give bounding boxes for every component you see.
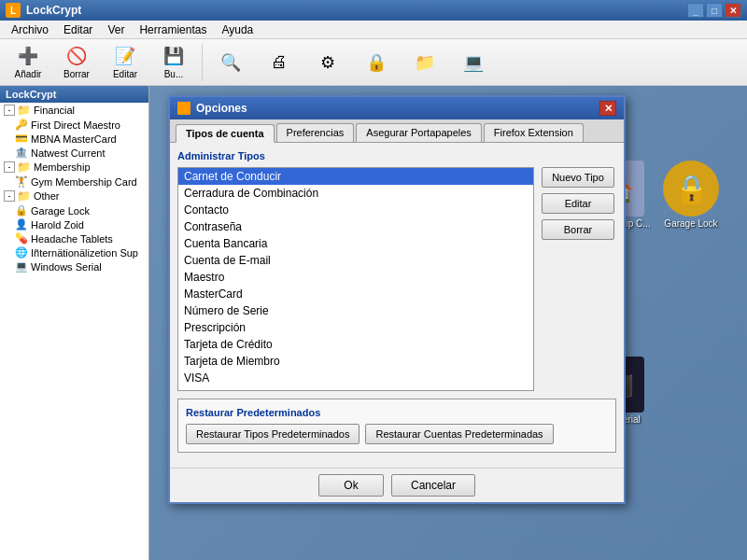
sidebar-item-garage[interactable]: 🔒 Garage Lock bbox=[0, 203, 148, 217]
list-item-10[interactable]: Tarjeta de Crédito bbox=[178, 336, 533, 353]
sidebar-item-mbna[interactable]: 💳 MBNA MasterCard bbox=[0, 132, 148, 146]
desktop-icon-garage[interactable]: 🔒 Garage Lock bbox=[654, 161, 728, 229]
mbna-label: MBNA MasterCard bbox=[31, 133, 117, 145]
delete-label: Borrar bbox=[63, 69, 90, 79]
desktop-icon-garage-label: Garage Lock bbox=[664, 218, 717, 229]
tab-preferencias[interactable]: Preferencias bbox=[276, 123, 355, 142]
list-item-3[interactable]: Contraseña bbox=[178, 218, 533, 235]
sidebar-item-financial[interactable]: - 📁 Financial bbox=[0, 103, 148, 118]
sidebar-item-harold[interactable]: 👤 Harold Zoid bbox=[0, 217, 148, 231]
sidebar-item-headache[interactable]: 💊 Headache Tablets bbox=[0, 231, 148, 245]
expand-membership[interactable]: - bbox=[4, 161, 15, 173]
restore-section: Restaurar Predeterminados Restaurar Tipo… bbox=[177, 399, 616, 453]
sidebar-header: LockCrypt bbox=[0, 86, 148, 103]
edit-label: Editar bbox=[113, 69, 137, 79]
list-item-6[interactable]: Maestro bbox=[178, 269, 533, 286]
add-button[interactable]: ➕ Añadir bbox=[6, 42, 50, 83]
sidebar-item-membership[interactable]: - 📁 Membership bbox=[0, 160, 148, 175]
backup-button[interactable]: 💾 Bu... bbox=[151, 42, 196, 83]
backup-icon: 💾 bbox=[162, 45, 185, 67]
other-label: Other bbox=[34, 190, 60, 202]
sidebar-item-other[interactable]: - 📁 Other bbox=[0, 189, 148, 203]
menu-ver[interactable]: Ver bbox=[100, 21, 132, 38]
lock-button[interactable]: 🔒 bbox=[354, 42, 399, 83]
main-area: LockCrypt - 📁 Financial 🔑 First Direct M… bbox=[0, 86, 747, 560]
dialog-body: Administrar Tipos Carnet de Conducir Cer… bbox=[170, 143, 624, 468]
edit-button[interactable]: 📝 Editar bbox=[103, 42, 148, 83]
settings-button[interactable]: ⚙ bbox=[305, 42, 350, 83]
dialog-footer: Ok Cancelar bbox=[170, 468, 624, 502]
expand-financial[interactable]: - bbox=[4, 105, 15, 116]
restore-cuentas-button[interactable]: Restaurar Cuentas Predeterminadas bbox=[365, 424, 553, 444]
folder-button[interactable]: 📁 bbox=[402, 42, 447, 83]
list-item-5[interactable]: Cuenta de E-mail bbox=[178, 252, 533, 269]
print-button[interactable]: 🖨 bbox=[257, 42, 302, 83]
membership-label: Membership bbox=[34, 161, 91, 173]
print-icon: 🖨 bbox=[268, 51, 290, 74]
sidebar: LockCrypt - 📁 Financial 🔑 First Direct M… bbox=[0, 86, 149, 560]
headache-label: Headache Tablets bbox=[31, 233, 113, 245]
tab-tipos-cuenta[interactable]: Tipos de cuenta bbox=[176, 124, 275, 143]
list-item-13[interactable]: Vacío bbox=[178, 386, 533, 391]
sidebar-item-windows[interactable]: 💻 Windows Serial bbox=[0, 259, 148, 273]
list-item-2[interactable]: Contacto bbox=[178, 202, 533, 218]
tipos-section: Carnet de Conducir Cerradura de Combinac… bbox=[177, 167, 616, 391]
app-title: LockCrypt bbox=[26, 4, 81, 17]
folder-financial-icon: 📁 bbox=[17, 104, 31, 117]
item-icon-garage: 🔒 bbox=[15, 204, 28, 217]
menu-herramientas[interactable]: Herramientas bbox=[132, 21, 214, 38]
international-label: Iñternätionälizetion Sup bbox=[31, 247, 138, 259]
titlebar-controls: _ □ ✕ bbox=[687, 3, 741, 18]
item-icon-mbna: 💳 bbox=[15, 133, 28, 145]
item-icon-natwest: 🏦 bbox=[15, 147, 28, 159]
editar-button[interactable]: Editar bbox=[542, 193, 614, 214]
menu-ayuda[interactable]: Ayuda bbox=[214, 21, 261, 38]
list-item-7[interactable]: MasterCard bbox=[178, 286, 533, 302]
list-item-9[interactable]: Prescripción bbox=[178, 319, 533, 336]
tabs-bar: Tipos de cuenta Preferencias Asegurar Po… bbox=[170, 119, 624, 143]
menu-archivo[interactable]: Archivo bbox=[4, 21, 56, 38]
natwest-label: Natwest Current bbox=[31, 147, 105, 159]
computer-button[interactable]: 💻 bbox=[451, 42, 496, 83]
tab-asegurar[interactable]: Asegurar Portapapeles bbox=[356, 123, 482, 142]
harold-label: Harold Zoid bbox=[31, 219, 84, 231]
sidebar-item-first-direct[interactable]: 🔑 First Direct Maestro bbox=[0, 118, 148, 132]
restore-tipos-button[interactable]: Restaurar Tipos Predeterminados bbox=[186, 424, 359, 444]
search-button[interactable]: 🔍 bbox=[208, 42, 253, 83]
type-list[interactable]: Carnet de Conducir Cerradura de Combinac… bbox=[177, 167, 534, 391]
borrar-button[interactable]: Borrar bbox=[542, 219, 614, 240]
list-item-8[interactable]: Número de Serie bbox=[178, 302, 533, 319]
list-item-12[interactable]: VISA bbox=[178, 370, 533, 386]
search-icon: 🔍 bbox=[219, 51, 242, 74]
restore-buttons: Restaurar Tipos Predeterminados Restaura… bbox=[186, 424, 608, 444]
close-button[interactable]: ✕ bbox=[725, 3, 741, 18]
ok-button[interactable]: Ok bbox=[318, 474, 384, 497]
dialog-close-button[interactable]: ✕ bbox=[599, 101, 616, 116]
sidebar-item-international[interactable]: 🌐 Iñternätionälizetion Sup bbox=[0, 245, 148, 259]
menu-editar[interactable]: Editar bbox=[56, 21, 100, 38]
expand-other[interactable]: - bbox=[4, 190, 15, 202]
sidebar-item-gym[interactable]: 🏋 Gym Membership Card bbox=[0, 175, 148, 189]
tab-firefox[interactable]: Firefox Extension bbox=[484, 123, 584, 142]
item-icon-gym: 🏋 bbox=[15, 175, 28, 188]
list-item-1[interactable]: Cerradura de Combinación bbox=[178, 185, 533, 202]
windows-label: Windows Serial bbox=[31, 261, 102, 273]
cancel-button[interactable]: Cancelar bbox=[391, 474, 475, 497]
item-icon-international: 🌐 bbox=[15, 246, 28, 259]
financial-label: Financial bbox=[34, 105, 75, 116]
list-item-11[interactable]: Tarjeta de Miembro bbox=[178, 353, 533, 370]
maximize-button[interactable]: □ bbox=[706, 3, 723, 18]
nuevo-tipo-button[interactable]: Nuevo Tipo bbox=[542, 167, 614, 188]
settings-icon: ⚙ bbox=[317, 51, 339, 74]
toolbar: ➕ Añadir 🚫 Borrar 📝 Editar 💾 Bu... 🔍 🖨 ⚙… bbox=[0, 39, 747, 86]
list-item-4[interactable]: Cuenta Bancaria bbox=[178, 235, 533, 252]
list-item-0[interactable]: Carnet de Conducir bbox=[178, 168, 533, 185]
app-icon: L bbox=[6, 3, 21, 18]
delete-icon: 🚫 bbox=[65, 45, 88, 67]
minimize-button[interactable]: _ bbox=[687, 3, 704, 18]
sidebar-item-natwest[interactable]: 🏦 Natwest Current bbox=[0, 146, 148, 160]
delete-button[interactable]: 🚫 Borrar bbox=[54, 42, 99, 83]
backup-label: Bu... bbox=[164, 69, 184, 79]
gym-label: Gym Membership Card bbox=[31, 176, 137, 188]
restore-section-title: Restaurar Predeterminados bbox=[186, 407, 608, 418]
